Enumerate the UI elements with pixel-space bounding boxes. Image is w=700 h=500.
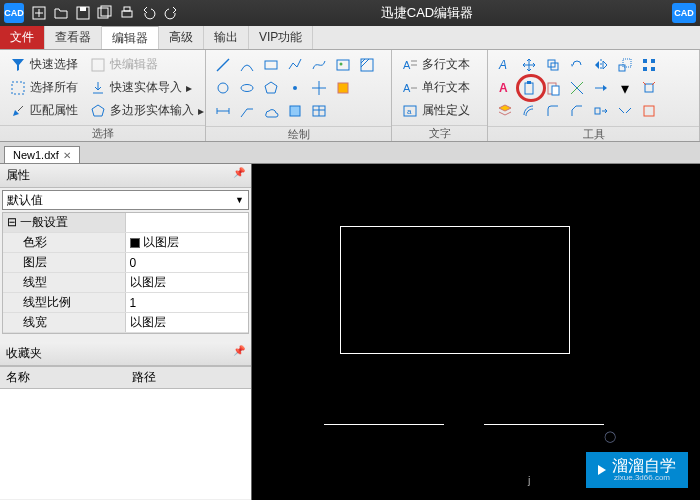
undo-icon[interactable] (139, 3, 159, 23)
print-icon[interactable] (117, 3, 137, 23)
block-icon[interactable] (332, 77, 354, 99)
select-all-button[interactable]: 选择所有 (6, 77, 82, 98)
new-icon[interactable] (29, 3, 49, 23)
stext-button[interactable]: A单行文本 (398, 77, 474, 98)
prop-row-linetype[interactable]: 线型以图层 (3, 273, 248, 293)
tab-vip[interactable]: VIP功能 (249, 26, 313, 49)
attrdef-button[interactable]: a属性定义 (398, 100, 474, 121)
open-icon[interactable] (51, 3, 71, 23)
redo-icon[interactable] (161, 3, 181, 23)
rotate-icon[interactable] (566, 54, 588, 76)
svg-rect-49 (651, 59, 655, 63)
arc-icon[interactable] (236, 54, 258, 76)
mtext-button[interactable]: A多行文本 (398, 54, 474, 75)
quick-editor-icon (90, 57, 106, 73)
chamfer-icon[interactable] (566, 100, 588, 122)
prop-row-color[interactable]: 色彩以图层 (3, 233, 248, 253)
clipboard-icon[interactable] (518, 77, 540, 99)
dimension-icon[interactable] (212, 100, 234, 122)
svg-rect-31 (290, 106, 300, 116)
join-icon[interactable] (614, 100, 636, 122)
point-icon[interactable] (284, 77, 306, 99)
svg-line-65 (626, 108, 631, 113)
explode-icon[interactable] (638, 77, 660, 99)
watermark-j: j (528, 474, 530, 486)
polygon-draw-icon[interactable] (260, 77, 282, 99)
circle-icon[interactable] (212, 77, 234, 99)
svg-rect-11 (92, 59, 104, 71)
pin-icon[interactable]: 📌 (233, 345, 245, 362)
quick-select-label: 快速选择 (30, 56, 78, 73)
line-icon[interactable] (212, 54, 234, 76)
ribbon-group-tools: A A ▾ (488, 50, 700, 141)
fav-col-path[interactable]: 路径 (126, 367, 252, 388)
offset-icon[interactable] (518, 100, 540, 122)
watermark-icon: ◯ (604, 430, 616, 443)
hatch-icon[interactable] (356, 54, 378, 76)
drawing-canvas[interactable] (252, 164, 700, 500)
prop-row-lineweight[interactable]: 线宽以图层 (3, 313, 248, 333)
stretch-icon[interactable] (590, 100, 612, 122)
save-icon[interactable] (73, 3, 93, 23)
copy-icon[interactable] (542, 54, 564, 76)
trim-icon[interactable] (566, 77, 588, 99)
array-icon[interactable] (638, 54, 660, 76)
svg-rect-7 (122, 11, 132, 17)
prop-row-ltscale[interactable]: 线型比例1 (3, 293, 248, 313)
tab-advanced[interactable]: 高级 (159, 26, 204, 49)
mirror-icon[interactable] (590, 54, 612, 76)
tab-output[interactable]: 输出 (204, 26, 249, 49)
match-props-button[interactable]: 匹配属性 (6, 100, 82, 121)
selection-combo[interactable]: 默认值 ▼ (2, 190, 249, 210)
svg-rect-54 (527, 81, 531, 84)
scale-icon[interactable] (614, 54, 636, 76)
svg-rect-9 (12, 82, 24, 94)
align-icon[interactable] (638, 100, 660, 122)
tab-viewer[interactable]: 查看器 (45, 26, 102, 49)
svg-text:A: A (498, 58, 507, 72)
svg-line-14 (217, 59, 229, 71)
doc-tab-1[interactable]: New1.dxf ✕ (4, 146, 80, 163)
fillet-icon[interactable] (542, 100, 564, 122)
group-label-text: 文字 (392, 125, 487, 141)
combo-value: 默认值 (7, 192, 43, 209)
saveall-icon[interactable] (95, 3, 115, 23)
paste-icon[interactable] (542, 77, 564, 99)
region-icon[interactable] (284, 100, 306, 122)
favorites-columns: 名称 路径 (0, 366, 251, 389)
close-icon[interactable]: ✕ (63, 150, 71, 161)
svg-rect-63 (595, 108, 600, 114)
tab-editor[interactable]: 编辑器 (102, 26, 159, 49)
main-area: 属性 📌 默认值 ▼ ⊟ 一般设置 色彩以图层 图层0 线型以图层 线型比例1 … (0, 164, 700, 500)
fav-col-name[interactable]: 名称 (0, 367, 126, 388)
rectangle-icon[interactable] (260, 54, 282, 76)
polyline-icon[interactable] (284, 54, 306, 76)
prop-section-general[interactable]: ⊟ 一般设置 (3, 213, 248, 233)
layers-icon[interactable] (494, 100, 516, 122)
tab-file[interactable]: 文件 (0, 26, 45, 49)
svg-line-10 (18, 106, 23, 111)
select-all-label: 选择所有 (30, 79, 78, 96)
svg-rect-51 (651, 67, 655, 71)
break-icon[interactable]: ▾ (614, 77, 636, 99)
cad-badge-icon: CAD (672, 3, 696, 23)
ellipse-icon[interactable] (236, 77, 258, 99)
pin-icon[interactable]: 📌 (233, 167, 245, 184)
leader-icon[interactable] (236, 100, 258, 122)
insert-image-icon[interactable] (332, 54, 354, 76)
svg-line-20 (361, 59, 369, 67)
extend-dropdown-icon[interactable] (590, 77, 612, 99)
quick-select-button[interactable]: 快速选择 (6, 54, 82, 75)
dim-style-icon[interactable]: A (494, 77, 516, 99)
prop-row-layer[interactable]: 图层0 (3, 253, 248, 273)
quick-entity-import-button[interactable]: 快速实体导入 ▸ (86, 77, 208, 98)
svg-text:A: A (403, 82, 411, 94)
spline-icon[interactable] (308, 54, 330, 76)
table-icon[interactable] (308, 100, 330, 122)
cloud-icon[interactable] (260, 100, 282, 122)
svg-text:a: a (407, 107, 412, 116)
move-icon[interactable] (518, 54, 540, 76)
polygon-input-button[interactable]: 多边形实体输入 ▸ (86, 100, 208, 121)
xline-icon[interactable] (308, 77, 330, 99)
text-style-icon[interactable]: A (494, 54, 516, 76)
